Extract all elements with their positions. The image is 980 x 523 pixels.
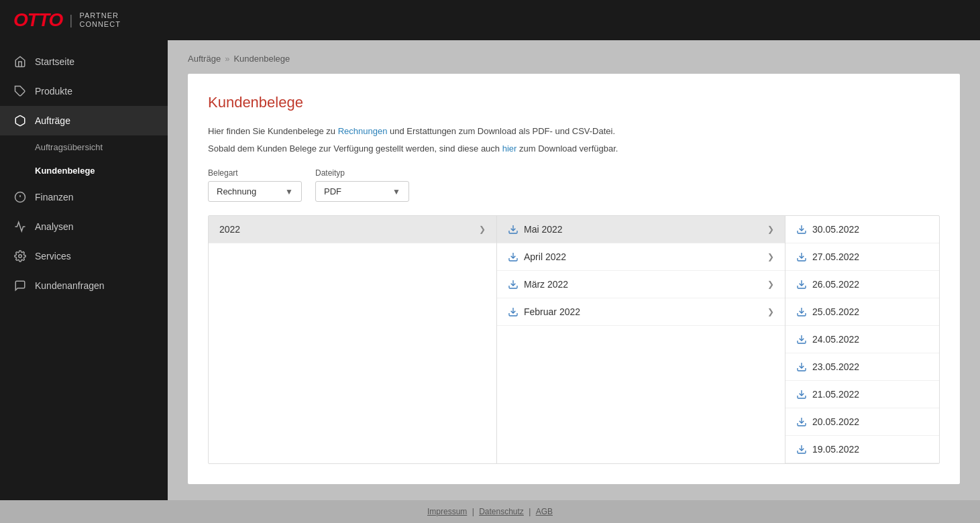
belegart-label: Belegart [208, 168, 302, 178]
download-icon-date-4 [796, 334, 807, 345]
logo-otto: OTTO [13, 9, 62, 31]
download-icon-februar [508, 306, 519, 317]
sidebar-item-finanzen[interactable]: Finanzen [0, 182, 168, 212]
download-icon-mai [508, 224, 519, 235]
logo-divider: | [69, 13, 72, 28]
col-years: 2022 ❯ [209, 216, 497, 463]
date-item-2[interactable]: 26.05.2022 [785, 271, 939, 298]
footer: Impressum | Datenschutz | AGB [0, 500, 980, 523]
footer-agb[interactable]: AGB [536, 507, 553, 516]
sidebar-item-startseite[interactable]: Startseite [0, 47, 168, 76]
chat-icon [13, 279, 27, 292]
col-months: Mai 2022 ❯ April 2022 ❯ [497, 216, 785, 463]
gear-icon [13, 249, 27, 263]
download-icon-date-8 [796, 444, 807, 455]
date-label-8: 19.05.2022 [812, 444, 859, 455]
date-item-3[interactable]: 25.05.2022 [785, 298, 939, 326]
date-label-3: 25.05.2022 [812, 306, 859, 317]
date-item-4[interactable]: 24.05.2022 [785, 326, 939, 353]
chevron-right-icon-maerz: ❯ [767, 280, 774, 289]
date-label-5: 23.05.2022 [812, 361, 859, 372]
three-col-list: 2022 ❯ Mai 2022 ❯ [208, 215, 940, 464]
chart-icon [13, 220, 27, 233]
chevron-right-icon-mai: ❯ [767, 225, 774, 234]
sidebar-item-label-kundenanfragen: Kundenanfragen [35, 280, 105, 291]
download-icon-date-5 [796, 361, 807, 372]
download-icon-april [508, 251, 519, 262]
footer-sep1: | [472, 507, 474, 516]
sidebar-item-analysen[interactable]: Analysen [0, 212, 168, 241]
download-icon-maerz [508, 279, 519, 290]
tag-icon [13, 84, 27, 98]
col-dates: 30.05.2022 27.05.2022 26.05.2022 25.05.2… [785, 216, 939, 463]
rechnungen-link[interactable]: Rechnungen [338, 126, 388, 136]
month-item-mai[interactable]: Mai 2022 ❯ [497, 216, 785, 243]
chevron-down-icon: ▼ [285, 187, 293, 196]
sidebar-item-auftraege[interactable]: Aufträge [0, 106, 168, 135]
date-item-6[interactable]: 21.05.2022 [785, 381, 939, 408]
breadcrumb-auftraege[interactable]: Aufträge [188, 54, 221, 64]
logo-text: PARTNERCONNECT [79, 11, 120, 29]
sidebar-item-label-startseite: Startseite [35, 56, 74, 67]
breadcrumb-kundenbelege[interactable]: Kundenbelege [233, 54, 290, 64]
chevron-down-icon-2: ▼ [392, 187, 400, 196]
sidebar-item-label-produkte: Produkte [35, 86, 72, 97]
date-item-7[interactable]: 20.05.2022 [785, 408, 939, 436]
year-item-2022[interactable]: 2022 ❯ [209, 216, 496, 243]
box-icon [13, 114, 27, 127]
sidebar-submenu-auftraege: Auftragsübersicht Kundenbelege [0, 135, 168, 182]
svg-point-4 [19, 255, 22, 258]
download-icon-date-6 [796, 389, 807, 400]
info-line2: Sobald dem Kunden Belege zur Verfügung g… [208, 142, 940, 156]
chevron-right-icon: ❯ [479, 225, 486, 234]
main-card: Kundenbelege Hier finden Sie Kundenbeleg… [188, 74, 960, 484]
dateityp-value: PDF [324, 186, 341, 196]
month-item-maerz[interactable]: März 2022 ❯ [497, 271, 785, 298]
footer-datenschutz[interactable]: Datenschutz [479, 507, 524, 516]
sidebar-item-services[interactable]: Services [0, 241, 168, 271]
belegart-select[interactable]: Rechnung ▼ [208, 181, 302, 202]
date-item-1[interactable]: 27.05.2022 [785, 243, 939, 271]
download-icon-date-1 [796, 251, 807, 262]
month-label-mai: Mai 2022 [524, 224, 563, 235]
sidebar-item-label-auftraege: Aufträge [35, 115, 70, 126]
date-label-0: 30.05.2022 [812, 224, 859, 235]
hier-link[interactable]: hier [502, 143, 517, 154]
filter-dateityp: Dateityp PDF ▼ [315, 168, 409, 202]
download-icon-date-3 [796, 306, 807, 317]
dateityp-select[interactable]: PDF ▼ [315, 181, 409, 202]
page-title: Kundenbelege [208, 94, 940, 111]
year-label: 2022 [219, 224, 240, 235]
date-label-6: 21.05.2022 [812, 389, 859, 400]
month-item-april[interactable]: April 2022 ❯ [497, 243, 785, 271]
sidebar-item-label-services: Services [35, 251, 71, 262]
date-label-2: 26.05.2022 [812, 279, 859, 290]
sidebar-item-produkte[interactable]: Produkte [0, 76, 168, 106]
date-item-5[interactable]: 23.05.2022 [785, 353, 939, 381]
content-area: Aufträge » Kundenbelege Kundenbelege Hie… [168, 40, 980, 500]
main-layout: Startseite Produkte Aufträge Auftragsübe… [0, 40, 980, 500]
sidebar: Startseite Produkte Aufträge Auftragsübe… [0, 40, 168, 500]
footer-sep2: | [529, 507, 531, 516]
date-label-7: 20.05.2022 [812, 416, 859, 427]
footer-impressum[interactable]: Impressum [427, 507, 467, 516]
sidebar-subitem-kundenbelege[interactable]: Kundenbelege [0, 159, 168, 182]
download-icon-date-2 [796, 279, 807, 290]
month-item-februar[interactable]: Februar 2022 ❯ [497, 298, 785, 326]
sidebar-subitem-auftragsuebersicht[interactable]: Auftragsübersicht [0, 135, 168, 159]
topbar: OTTO | PARTNERCONNECT [0, 0, 980, 40]
chevron-right-icon-april: ❯ [767, 252, 774, 262]
breadcrumb: Aufträge » Kundenbelege [188, 54, 960, 64]
chevron-right-icon-februar: ❯ [767, 307, 774, 316]
month-label-maerz: März 2022 [524, 279, 568, 290]
belegart-value: Rechnung [217, 186, 256, 196]
sidebar-item-kundenanfragen[interactable]: Kundenanfragen [0, 271, 168, 300]
home-icon [13, 55, 27, 68]
download-icon-date-0 [796, 224, 807, 235]
date-item-8[interactable]: 19.05.2022 [785, 436, 939, 463]
info-line1: Hier finden Sie Kundenbelege zu Rechnung… [208, 125, 940, 138]
date-item-0[interactable]: 30.05.2022 [785, 216, 939, 243]
download-icon-date-7 [796, 416, 807, 427]
filters-row: Belegart Rechnung ▼ Dateityp PDF ▼ [208, 168, 940, 202]
month-label-februar: Februar 2022 [524, 306, 580, 317]
